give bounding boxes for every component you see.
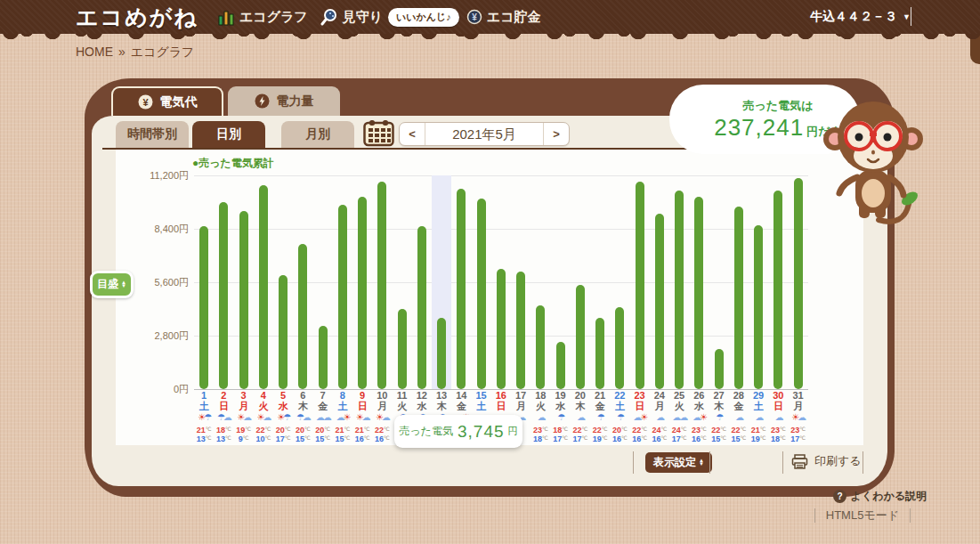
- bar-column-10[interactable]: [372, 175, 392, 389]
- bar[interactable]: [497, 269, 506, 389]
- y-tick: 0円: [116, 383, 189, 396]
- bar[interactable]: [398, 309, 407, 389]
- tab-electricity-amount[interactable]: 電力量: [228, 86, 340, 116]
- bar[interactable]: [536, 305, 545, 389]
- bar-column-18[interactable]: [530, 175, 550, 389]
- tab-label: 電気代: [160, 94, 198, 110]
- bar-column-14[interactable]: [451, 175, 471, 389]
- bar-column-6[interactable]: [293, 175, 312, 389]
- updown-icon: ▲▼: [699, 459, 704, 466]
- bar[interactable]: [734, 207, 743, 389]
- nav-item-mimamori[interactable]: 見守り: [320, 8, 383, 26]
- bar-column-28[interactable]: [729, 175, 749, 389]
- bar-column-13[interactable]: [432, 175, 451, 389]
- nav-item-eco-chokin[interactable]: ¥ エコ貯金: [466, 9, 541, 26]
- day-number: 31: [789, 391, 808, 401]
- bar-column-15[interactable]: [472, 175, 491, 389]
- temp-low: 17℃: [789, 435, 808, 444]
- weekday-label: 月: [234, 402, 254, 412]
- bar-column-25[interactable]: [669, 175, 689, 389]
- bar-column-2[interactable]: [214, 175, 233, 389]
- bar[interactable]: [773, 191, 782, 389]
- subtab-by-timezone[interactable]: 時間帯別: [116, 121, 189, 148]
- calendar-icon[interactable]: [363, 119, 394, 150]
- tooltip-unit: 円: [508, 425, 518, 438]
- bar[interactable]: [417, 226, 426, 389]
- account-selector[interactable]: 牛込４４２－３ ▼: [810, 9, 911, 25]
- bar-column-7[interactable]: [313, 175, 333, 389]
- bar-column-26[interactable]: [689, 175, 709, 389]
- bar-column-30[interactable]: [768, 175, 788, 389]
- bar[interactable]: [636, 182, 644, 389]
- bar-column-16[interactable]: [491, 175, 511, 389]
- bar-column-19[interactable]: [551, 175, 571, 389]
- help-label: よくわかる説明: [851, 489, 927, 504]
- bar-column-9[interactable]: [352, 175, 372, 389]
- bar[interactable]: [358, 197, 367, 389]
- bar[interactable]: [437, 318, 446, 389]
- day-number: 5: [273, 391, 293, 401]
- nav-item-ecograph[interactable]: エコグラフ: [218, 9, 308, 26]
- bar[interactable]: [477, 199, 486, 389]
- bar[interactable]: [199, 226, 208, 389]
- bar[interactable]: [615, 307, 624, 389]
- bar-column-29[interactable]: [749, 175, 768, 389]
- bar-column-21[interactable]: [590, 175, 610, 389]
- scale-button[interactable]: 目盛 ▲▼: [90, 271, 134, 298]
- bar[interactable]: [754, 225, 763, 389]
- bar[interactable]: [259, 185, 268, 389]
- tab-electricity-cost[interactable]: ¥ 電気代: [111, 86, 223, 116]
- app-logo[interactable]: エコめがね: [76, 3, 198, 32]
- bar[interactable]: [377, 182, 386, 389]
- display-settings-button[interactable]: 表示設定 ▲▼: [645, 452, 712, 473]
- chart-legend: ●売った電気累計: [192, 156, 274, 171]
- bar-column-1[interactable]: [194, 175, 214, 389]
- bar-column-22[interactable]: [610, 175, 629, 389]
- weather-icon: ☀☂: [273, 413, 293, 425]
- print-button[interactable]: 印刷する: [791, 453, 862, 469]
- bar[interactable]: [279, 275, 288, 389]
- bar-column-4[interactable]: [254, 175, 273, 389]
- weekday-label: 火: [530, 402, 550, 412]
- bar[interactable]: [457, 189, 466, 389]
- subtab-by-month[interactable]: 月別: [281, 121, 354, 148]
- weather-icon: ☀☁: [372, 413, 392, 425]
- weekday-label: 月: [372, 402, 392, 412]
- bar[interactable]: [694, 197, 703, 389]
- bar-column-23[interactable]: [630, 175, 650, 389]
- subtab-by-day[interactable]: 日別: [192, 121, 265, 148]
- bar-column-31[interactable]: [789, 175, 808, 389]
- bar[interactable]: [239, 211, 248, 389]
- next-month-button[interactable]: >: [544, 127, 569, 141]
- bar[interactable]: [338, 205, 347, 389]
- bar[interactable]: [794, 178, 803, 389]
- bar-column-20[interactable]: [571, 175, 590, 389]
- bar[interactable]: [319, 326, 328, 389]
- help-link[interactable]: ? よくわかる説明: [833, 489, 927, 504]
- bar-column-3[interactable]: [234, 175, 254, 389]
- svg-text:?: ?: [837, 491, 842, 501]
- day-number: 30: [768, 391, 788, 401]
- html5-mode-link[interactable]: HTML5モード: [826, 507, 899, 524]
- bar[interactable]: [576, 285, 585, 389]
- bar[interactable]: [595, 318, 604, 389]
- breadcrumb-home-link[interactable]: HOME: [76, 45, 113, 59]
- bar-column-5[interactable]: [273, 175, 293, 389]
- day-number: 14: [451, 391, 471, 401]
- bar-column-12[interactable]: [412, 175, 432, 389]
- bar[interactable]: [298, 244, 307, 389]
- bar[interactable]: [675, 191, 684, 389]
- bar-column-27[interactable]: [709, 175, 729, 389]
- bar-column-8[interactable]: [333, 175, 352, 389]
- axis-column-2: 2日☂☁18℃13℃: [214, 391, 233, 444]
- bar[interactable]: [219, 202, 228, 389]
- bar[interactable]: [556, 342, 565, 389]
- bar-column-24[interactable]: [650, 175, 669, 389]
- bar[interactable]: [715, 349, 724, 389]
- print-label: 印刷する: [814, 453, 862, 469]
- bar-column-11[interactable]: [393, 175, 412, 389]
- prev-month-button[interactable]: <: [400, 127, 425, 141]
- bar-column-17[interactable]: [511, 175, 530, 389]
- bar[interactable]: [516, 272, 525, 389]
- bar[interactable]: [655, 214, 664, 389]
